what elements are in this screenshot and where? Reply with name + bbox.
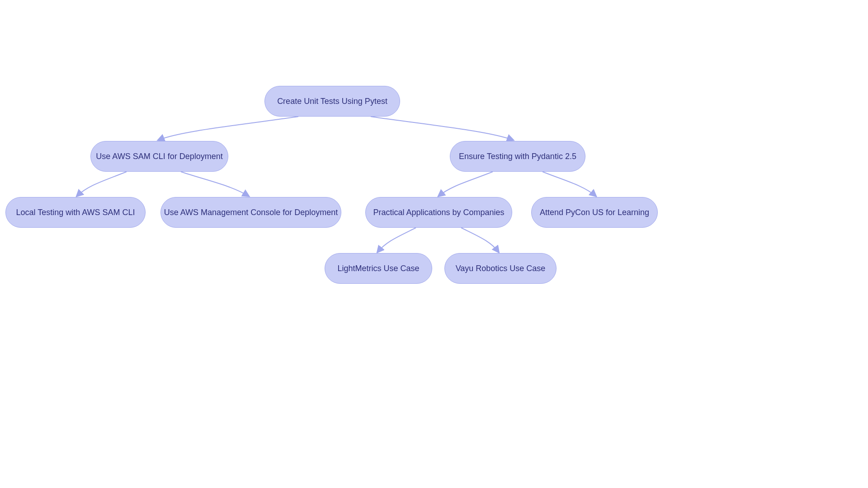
node-light: LightMetrics Use Case (325, 253, 432, 284)
node-sam-label: Use AWS SAM CLI for Deployment (96, 152, 222, 161)
edge-root-pydantic (371, 117, 513, 140)
node-local: Local Testing with AWS SAM CLI (5, 197, 146, 228)
node-practical-label: Practical Applications by Companies (373, 208, 504, 217)
node-vayu: Vayu Robotics Use Case (444, 253, 557, 284)
edge-sam-local (77, 172, 127, 196)
node-pycon: Attend PyCon US for Learning (531, 197, 658, 228)
node-light-label: LightMetrics Use Case (337, 264, 419, 273)
node-console: Use AWS Management Console for Deploymen… (160, 197, 341, 228)
edge-root-sam (158, 117, 298, 140)
node-pydantic-label: Ensure Testing with Pydantic 2.5 (459, 152, 576, 161)
node-pydantic: Ensure Testing with Pydantic 2.5 (450, 141, 585, 172)
node-pycon-label: Attend PyCon US for Learning (540, 208, 649, 217)
edge-pydantic-practical (439, 172, 493, 196)
node-sam: Use AWS SAM CLI for Deployment (90, 141, 228, 172)
node-root-label: Create Unit Tests Using Pytest (277, 97, 387, 106)
node-root: Create Unit Tests Using Pytest (264, 86, 400, 117)
edges-layer (0, 0, 868, 488)
node-console-label: Use AWS Management Console for Deploymen… (164, 208, 338, 217)
edge-practical-vayu (461, 228, 499, 252)
edge-sam-console (181, 172, 249, 196)
node-vayu-label: Vayu Robotics Use Case (456, 264, 546, 273)
node-local-label: Local Testing with AWS SAM CLI (16, 208, 135, 217)
flowchart-canvas: Create Unit Tests Using Pytest Use AWS S… (0, 0, 868, 488)
edge-pydantic-pycon (542, 172, 596, 196)
edge-practical-light (377, 228, 416, 252)
node-practical: Practical Applications by Companies (365, 197, 512, 228)
